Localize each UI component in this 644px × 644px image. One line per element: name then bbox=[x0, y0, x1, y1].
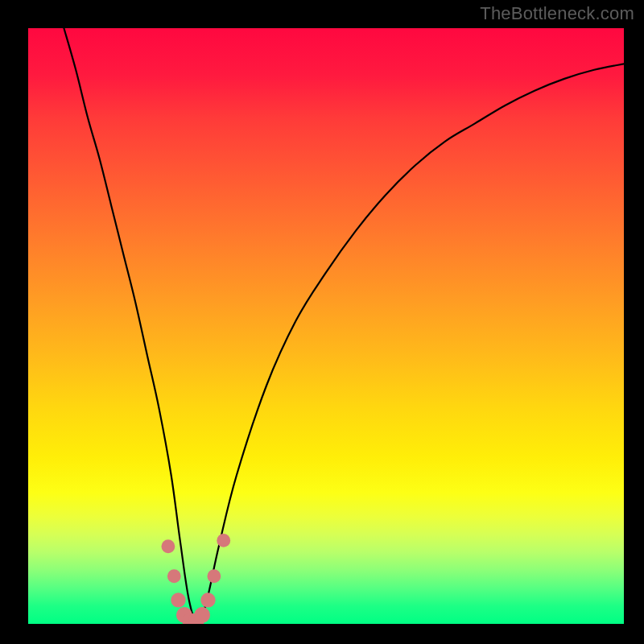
marker-group bbox=[161, 534, 230, 624]
chart-svg bbox=[28, 28, 624, 624]
valley-marker bbox=[217, 534, 230, 547]
chart-frame: TheBottleneck.com bbox=[0, 0, 644, 644]
valley-marker bbox=[161, 539, 175, 553]
valley-marker bbox=[200, 592, 215, 607]
plot-area bbox=[28, 28, 624, 624]
valley-marker bbox=[194, 607, 210, 623]
valley-marker bbox=[171, 592, 185, 607]
valley-marker bbox=[167, 569, 181, 583]
valley-marker bbox=[207, 569, 221, 583]
watermark-text: TheBottleneck.com bbox=[480, 3, 634, 24]
bottleneck-curve-path bbox=[64, 28, 624, 624]
